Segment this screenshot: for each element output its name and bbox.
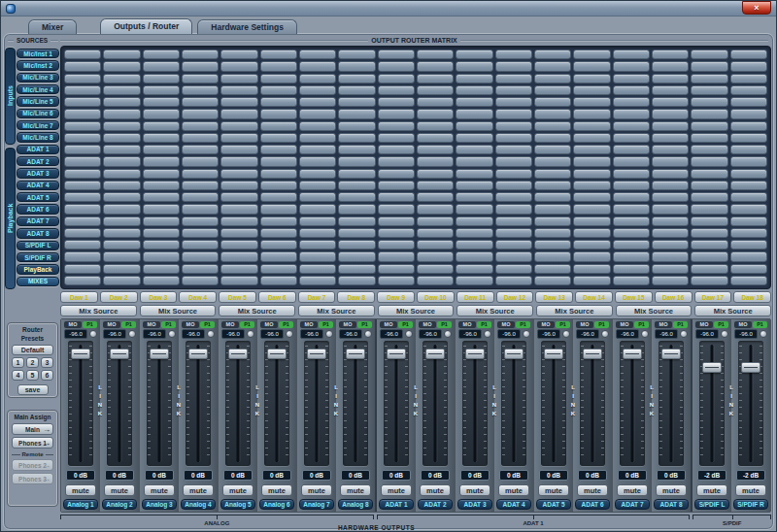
preset-button-5[interactable]: 5 [26, 370, 39, 381]
source-button-mic-line-5[interactable]: Mic/Line 5 [17, 96, 59, 106]
matrix-cell[interactable] [652, 61, 689, 71]
matrix-cell[interactable] [613, 240, 650, 249]
matrix-cell[interactable] [338, 61, 375, 71]
matrix-cell[interactable] [143, 121, 180, 131]
source-button-adat-4[interactable]: ADAT 4 [17, 181, 59, 190]
daw-button-daw-3[interactable]: Daw 3 [140, 291, 178, 303]
matrix-cell[interactable] [299, 109, 336, 118]
phones-1-button[interactable]: Phones 1→ [12, 437, 53, 449]
fader-track[interactable] [580, 341, 605, 466]
link-label[interactable]: L I N K [729, 383, 733, 418]
matrix-cell[interactable] [103, 156, 140, 166]
matrix-cell[interactable] [456, 204, 492, 214]
matrix-cell[interactable] [378, 74, 415, 83]
matrix-cell[interactable] [534, 145, 571, 154]
phones-tag[interactable]: P1 [673, 321, 688, 328]
daw-button-daw-1[interactable]: Daw 1 [60, 291, 98, 303]
pan-knob[interactable] [207, 330, 215, 338]
source-button-adat-6[interactable]: ADAT 6 [17, 204, 59, 214]
source-button-mic-line-3[interactable]: Mic/Line 3 [17, 73, 59, 83]
matrix-cell[interactable] [573, 61, 610, 71]
matrix-cell[interactable] [534, 251, 571, 261]
matrix-cell[interactable] [182, 145, 219, 154]
matrix-cell[interactable] [143, 204, 180, 214]
fader-handle[interactable] [583, 349, 602, 359]
matrix-cell[interactable] [64, 121, 101, 131]
channel-label[interactable]: Analog 2 [102, 499, 137, 510]
phones-tag[interactable]: P1 [437, 321, 452, 328]
daw-button-daw-15[interactable]: Daw 15 [615, 291, 653, 303]
matrix-cell[interactable] [378, 85, 415, 95]
matrix-cell[interactable] [534, 192, 571, 202]
tab-outputs-router[interactable]: Outputs / Router [100, 18, 192, 34]
matrix-cell[interactable] [260, 133, 297, 143]
matrix-cell[interactable] [495, 50, 532, 59]
matrix-cell[interactable] [220, 181, 257, 190]
matrix-cell[interactable] [613, 216, 650, 226]
matrix-cell[interactable] [220, 97, 257, 107]
matrix-cell[interactable] [417, 228, 454, 238]
source-button-mic-inst-2[interactable]: Mic/Inst 2 [17, 60, 59, 70]
phones-tag[interactable]: P1 [556, 321, 570, 328]
matrix-cell[interactable] [260, 85, 297, 95]
fader-track[interactable] [501, 341, 526, 466]
daw-button-daw-9[interactable]: Daw 9 [377, 291, 415, 303]
matrix-cell[interactable] [378, 133, 415, 143]
matrix-cell[interactable] [64, 156, 101, 166]
pan-knob[interactable] [641, 330, 649, 338]
matrix-cell[interactable] [182, 50, 219, 59]
matrix-cell[interactable] [417, 251, 454, 261]
matrix-cell[interactable] [220, 74, 257, 83]
mix-source-button[interactable]: Mix Source [456, 305, 533, 316]
matrix-cell[interactable] [613, 251, 650, 261]
pan-knob[interactable] [128, 330, 136, 338]
matrix-cell[interactable] [456, 228, 492, 238]
matrix-cell[interactable] [730, 264, 767, 274]
matrix-cell[interactable] [652, 216, 689, 226]
mute-button[interactable]: mute [144, 484, 175, 496]
pan-knob[interactable] [247, 330, 254, 338]
matrix-cell[interactable] [103, 264, 140, 274]
matrix-cell[interactable] [456, 109, 492, 118]
matrix-cell[interactable] [338, 133, 375, 143]
channel-label[interactable]: ADAT 4 [496, 499, 531, 510]
channel-label[interactable]: ADAT 6 [575, 499, 610, 510]
matrix-cell[interactable] [378, 181, 415, 190]
main-out-tag[interactable]: MO [260, 321, 278, 328]
matrix-cell[interactable] [691, 133, 727, 143]
matrix-cell[interactable] [338, 74, 375, 83]
matrix-cell[interactable] [613, 133, 650, 143]
matrix-cell[interactable] [64, 240, 101, 249]
matrix-cell[interactable] [103, 251, 140, 261]
fader-track[interactable] [738, 341, 763, 466]
matrix-cell[interactable] [730, 109, 767, 118]
daw-button-daw-5[interactable]: Daw 5 [219, 291, 256, 303]
mix-source-button[interactable]: Mix Source [536, 305, 613, 316]
pan-knob[interactable] [89, 330, 97, 338]
matrix-cell[interactable] [260, 181, 297, 190]
channel-label[interactable]: Analog 6 [259, 499, 294, 510]
source-button-adat-7[interactable]: ADAT 7 [17, 216, 59, 226]
default-preset-button[interactable]: Default [12, 345, 53, 355]
matrix-cell[interactable] [338, 192, 375, 202]
matrix-cell[interactable] [652, 133, 689, 143]
matrix-cell[interactable] [730, 50, 767, 59]
matrix-cell[interactable] [730, 133, 767, 143]
matrix-cell[interactable] [299, 264, 336, 274]
link-label[interactable]: L I N K [492, 383, 496, 418]
matrix-cell[interactable] [64, 133, 101, 143]
matrix-cell[interactable] [417, 61, 454, 71]
matrix-cell[interactable] [691, 97, 727, 107]
mix-source-button[interactable]: Mix Source [378, 305, 455, 316]
source-button-mic-line-4[interactable]: Mic/Line 4 [17, 84, 59, 94]
matrix-cell[interactable] [573, 251, 610, 261]
matrix-cell[interactable] [456, 85, 492, 95]
matrix-cell[interactable] [730, 169, 767, 179]
matrix-cell[interactable] [299, 156, 336, 166]
matrix-cell[interactable] [103, 133, 140, 143]
matrix-cell[interactable] [299, 251, 336, 261]
matrix-cell[interactable] [495, 109, 532, 118]
matrix-cell[interactable] [103, 121, 140, 131]
mute-button[interactable]: mute [538, 484, 569, 496]
matrix-cell[interactable] [103, 204, 140, 214]
